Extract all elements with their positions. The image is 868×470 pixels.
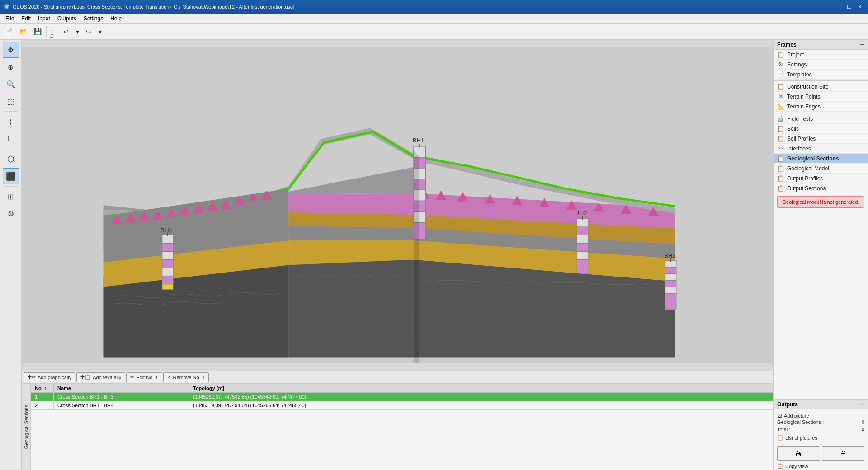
add-graphically-button[interactable]: ✚✏ Add graphically bbox=[24, 372, 75, 382]
redo-button[interactable]: ↪ bbox=[82, 25, 95, 38]
total-row: Total : 0 bbox=[777, 427, 864, 432]
table-row[interactable]: 1 Cross Section BH1 - BH3 (1045262,67; 7… bbox=[31, 393, 773, 401]
save-button[interactable]: 💾 bbox=[31, 25, 44, 38]
svg-text:BH3: BH3 bbox=[664, 252, 676, 259]
viewport[interactable]: BH4 BH1 bbox=[22, 40, 773, 371]
axis-tool[interactable]: ⊢ bbox=[3, 131, 19, 147]
panel-item-terrain-points-label: Terrain Points bbox=[787, 94, 820, 100]
panel-item-field-tests-label: Field Tests bbox=[787, 116, 813, 122]
remove-icon: ✕ bbox=[167, 374, 171, 380]
panel-item-terrain-edges-label: Terrain Edges bbox=[787, 103, 821, 110]
construction-site-icon: 📋 bbox=[777, 83, 784, 90]
close-button[interactable]: ✕ bbox=[855, 2, 864, 11]
terrain-edges-icon: 📐 bbox=[777, 103, 784, 110]
table-area: Geological Sections No. ↑ Name Topology … bbox=[22, 384, 773, 470]
zoom-tool[interactable]: 🔍 bbox=[3, 76, 19, 92]
copy-view-icon: 📋 bbox=[777, 463, 783, 469]
titlebar-controls: — ☐ ✕ bbox=[834, 2, 864, 11]
panel-item-terrain-points[interactable]: ✕ Terrain Points bbox=[774, 92, 868, 102]
cell-no: 2 bbox=[31, 401, 54, 410]
undo-dropdown[interactable]: ▾ bbox=[74, 25, 81, 38]
panel-item-soils-label: Soils bbox=[787, 126, 799, 132]
add-picture-button[interactable]: 🖼 Add picture bbox=[777, 412, 864, 419]
panel-item-templates[interactable]: 📄 Templates bbox=[774, 70, 868, 80]
output-sections-icon: 📋 bbox=[777, 185, 784, 192]
node-tool[interactable]: ⊹ bbox=[3, 113, 19, 130]
add-textually-button[interactable]: ✚📋 Add textually bbox=[76, 372, 125, 382]
undo-button[interactable]: ↩ bbox=[59, 25, 73, 38]
add-textually-icon: ✚📋 bbox=[80, 374, 91, 380]
panel-item-output-profiles[interactable]: 📋 Output Profiles bbox=[774, 174, 868, 183]
panel-item-output-sections[interactable]: 📋 Output Sections bbox=[774, 183, 868, 193]
remove-no1-label: Remove No. 1 bbox=[173, 375, 205, 380]
list-of-pictures-button[interactable]: 📋 List of pictures bbox=[777, 434, 864, 442]
panel-item-construction-site[interactable]: 📋 Construction Site bbox=[774, 82, 868, 92]
remove-no1-button[interactable]: ✕ Remove No. 1 bbox=[163, 372, 209, 382]
menu-edit[interactable]: Edit bbox=[18, 14, 34, 23]
col-topology[interactable]: Topology [m] bbox=[189, 384, 773, 393]
table-row[interactable]: 2 Cross Section BH1 - BH4 (1045319,09; 7… bbox=[31, 401, 773, 410]
menu-input[interactable]: Input bbox=[34, 14, 54, 23]
geological-model-icon: 📋 bbox=[777, 165, 784, 172]
menu-file[interactable]: File bbox=[2, 14, 18, 23]
panel-item-soil-profiles[interactable]: 📋 Soil Profiles bbox=[774, 134, 868, 144]
list-of-pictures-label: List of pictures bbox=[785, 435, 817, 441]
copy-view-button[interactable]: 📋 Copy view bbox=[774, 462, 868, 470]
cell-name: Cross Section BH1 - BH4 bbox=[54, 401, 189, 410]
edit-icon: ✏ bbox=[130, 374, 134, 380]
minimize-button[interactable]: — bbox=[834, 2, 843, 11]
menu-help[interactable]: Help bbox=[107, 14, 125, 23]
panel-item-soils[interactable]: 📋 Soils bbox=[774, 124, 868, 134]
geological-sections-row: Geological Sections : 0 bbox=[777, 419, 864, 425]
panel-item-geological-model[interactable]: 📋 Geological Model bbox=[774, 164, 868, 174]
pan-tool[interactable]: ✥ bbox=[3, 42, 19, 58]
frames-collapse-btn[interactable]: — bbox=[860, 42, 864, 47]
list-pictures-icon: 📋 bbox=[777, 435, 783, 441]
panel-item-interfaces[interactable]: 〰 Interfaces bbox=[774, 144, 868, 154]
open-button[interactable]: 📂 bbox=[16, 25, 30, 38]
panel-divider-2 bbox=[774, 113, 868, 113]
outputs-section: Outputs — 🖼 Add picture Geological Secti… bbox=[774, 399, 868, 470]
panel-item-geological-model-label: Geological Model bbox=[787, 165, 829, 172]
total-value: 0 bbox=[862, 427, 864, 432]
3d-cube-tool[interactable]: ⬛ bbox=[3, 168, 19, 184]
maximize-button[interactable]: ☐ bbox=[844, 2, 854, 11]
frames-title: Frames bbox=[777, 42, 797, 48]
toolbar-sep-2 bbox=[57, 26, 57, 37]
panel-divider-1 bbox=[774, 80, 868, 81]
panel-item-settings[interactable]: ⚙ Settings bbox=[774, 60, 868, 70]
terrain-points-icon: ✕ bbox=[777, 93, 784, 100]
menu-settings[interactable]: Settings bbox=[80, 14, 107, 23]
cell-topology: (1045319,09; 747494,04) (1045266,64; 747… bbox=[189, 401, 773, 410]
outputs-collapse-btn[interactable]: — bbox=[860, 402, 864, 407]
select-rect-tool[interactable]: ⬚ bbox=[3, 93, 19, 109]
print-button-1[interactable]: 🖨 bbox=[777, 446, 820, 461]
new-button[interactable]: 📄 bbox=[2, 25, 15, 38]
svg-rect-89 bbox=[665, 267, 676, 273]
svg-rect-93 bbox=[665, 293, 676, 310]
panel-item-field-tests[interactable]: 🔬 Field Tests bbox=[774, 114, 868, 124]
app-icon: 🌍 bbox=[4, 4, 10, 10]
panel-item-terrain-edges[interactable]: 📐 Terrain Edges bbox=[774, 102, 868, 112]
geological-3d-view: BH4 BH1 bbox=[22, 40, 773, 371]
print-button-2[interactable]: 🖨 bbox=[822, 446, 865, 461]
data-table: No. ↑ Name Topology [m] 1 Cross Section … bbox=[31, 384, 773, 410]
move-tool[interactable]: ⊕ bbox=[3, 59, 19, 75]
panel-item-geological-sections[interactable]: 📋 Geological Sections bbox=[774, 154, 868, 164]
data-table-container[interactable]: No. ↑ Name Topology [m] 1 Cross Section … bbox=[31, 384, 773, 470]
side-label-text: Geological Sections bbox=[24, 405, 29, 449]
cell-no: 1 bbox=[31, 393, 54, 401]
edit-no1-button[interactable]: ✏ Edit No. 1 bbox=[126, 372, 162, 382]
grid-tool[interactable]: ⊞ bbox=[3, 188, 19, 205]
svg-marker-97 bbox=[414, 151, 419, 363]
settings-tool-btn[interactable]: ⚙ bbox=[3, 206, 19, 222]
svg-rect-84 bbox=[577, 259, 588, 273]
menu-outputs[interactable]: Outputs bbox=[54, 14, 80, 23]
add-picture-label: Add picture bbox=[784, 413, 809, 418]
panel-item-project[interactable]: 📋 Project bbox=[774, 50, 868, 60]
3d-box-tool[interactable]: ⬡ bbox=[3, 151, 19, 167]
col-no[interactable]: No. ↑ bbox=[31, 384, 54, 393]
col-name[interactable]: Name bbox=[54, 384, 189, 393]
output-profiles-icon: 📋 bbox=[777, 175, 784, 182]
redo-dropdown[interactable]: ▾ bbox=[96, 25, 104, 38]
